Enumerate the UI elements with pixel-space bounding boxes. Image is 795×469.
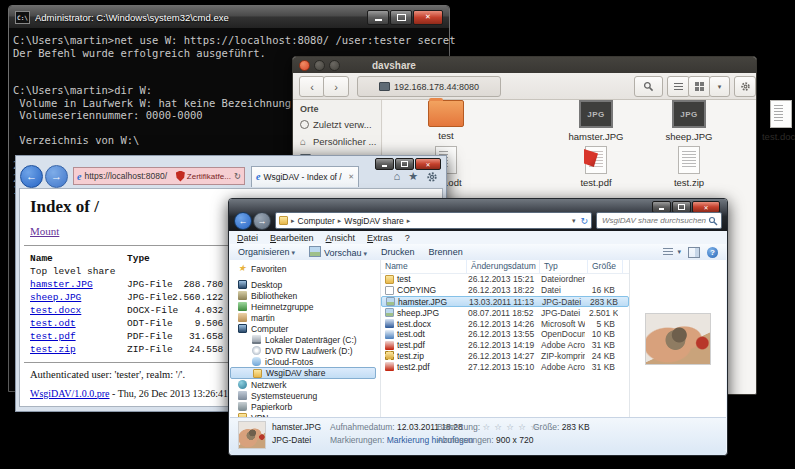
sidebar-item-pers-nlicher[interactable]: ⌂Persönlicher ...	[300, 136, 381, 147]
file-sheep-jpg[interactable]: JPGsheep.JPG	[647, 100, 731, 142]
back-button[interactable]: ←	[20, 165, 43, 188]
sidebar-item-systemsteuerung[interactable]: Systemsteuerung	[230, 390, 380, 401]
preview-button[interactable]: Vorschau▾	[309, 246, 367, 258]
back-button[interactable]: ‹	[299, 76, 325, 97]
grid-view-button[interactable]	[688, 76, 711, 97]
file-test[interactable]: test	[404, 100, 488, 141]
favorites-button[interactable]: ★	[408, 170, 418, 183]
details-rating[interactable]: Bewertung: ☆ ☆ ☆ ☆ ☆	[437, 422, 539, 432]
cmd-icon: C:\	[15, 11, 30, 24]
list-view-button[interactable]	[667, 76, 690, 97]
back-button[interactable]: ←	[234, 212, 252, 230]
file-link-test-docx[interactable]: test.docx	[30, 304, 81, 317]
file-link-test-zip[interactable]: test.zip	[30, 343, 76, 356]
table-row-copying[interactable]: COPYING26.12.2013 18:22Datei16 KB	[381, 285, 629, 296]
cloud-icon	[252, 357, 261, 366]
table-row-test2-pdf[interactable]: test2.pdf27.12.2013 15:10Adobe Acrobat D…	[381, 361, 629, 372]
menu-item-ansicht[interactable]: Ansicht	[326, 233, 356, 243]
breadcrumb-computer[interactable]: Computer	[298, 216, 335, 226]
mount-link[interactable]: Mount	[30, 225, 59, 237]
file-test-pdf[interactable]: test.pdf	[554, 146, 638, 188]
address-bar[interactable]: e https://localhost:8080/ Zertifikatfe..…	[73, 167, 245, 185]
close-button[interactable]: ✕	[413, 10, 443, 25]
forward-button[interactable]: →	[45, 165, 68, 188]
sidebar-item-computer[interactable]: Computer	[230, 323, 380, 334]
file-link-test-pdf[interactable]: test.pdf	[30, 330, 76, 343]
minimize-button[interactable]	[367, 10, 389, 25]
refresh-button[interactable]: ↻	[234, 171, 241, 181]
sidebar-item-dvd-rw-laufwerk-d[interactable]: DVD RW Laufwerk (D:)	[230, 345, 380, 356]
menu-item-extras[interactable]: Extras	[367, 233, 393, 243]
gear-menu-button[interactable]	[734, 76, 756, 97]
file-test-zip[interactable]: test.zip	[647, 146, 731, 188]
file-link-sheep-jpg[interactable]: sheep.JPG	[30, 291, 81, 304]
search-input[interactable]	[600, 215, 708, 226]
table-row-test-pdf[interactable]: test.pdf26.12.2013 14:19Adobe Acrobat D.…	[381, 340, 629, 351]
ie-tab-icon: e	[256, 171, 260, 182]
file-type: DOCX-File	[127, 304, 178, 317]
forward-button[interactable]: ›	[323, 76, 349, 97]
print-button[interactable]: Drucken	[381, 247, 415, 257]
tab-close-icon[interactable]: ✕	[348, 173, 354, 181]
certificate-error-button[interactable]: Zertifikatfe...	[176, 171, 231, 182]
address-dropdown-caret[interactable]: ▾	[572, 217, 576, 225]
menu-item-bearbeiten[interactable]: Bearbeiten	[270, 233, 314, 243]
minimize-button[interactable]	[314, 60, 325, 71]
location-button[interactable]: 192.168.178.44:8080	[357, 76, 501, 97]
browser-tab[interactable]: e WsgiDAV - Index of / ✕	[251, 166, 359, 187]
organize-button[interactable]: Organisieren▾	[238, 247, 295, 257]
sidebar-item-martin[interactable]: martin	[230, 312, 380, 323]
search-box[interactable]	[596, 212, 722, 229]
column-header-gr-e[interactable]: Größe	[588, 260, 623, 273]
search-button[interactable]	[634, 76, 663, 97]
file-test-docx[interactable]: test.docx	[739, 100, 795, 142]
sidebar-item-papierkorb[interactable]: Papierkorb	[230, 401, 380, 412]
sidebar-item-favoriten[interactable]: ★Favoriten	[230, 263, 380, 274]
pdf-icon	[385, 341, 394, 350]
table-row-hamster-jpg[interactable]: hamster.JPG13.03.2011 11:13JPG-Datei283 …	[381, 296, 629, 308]
sidebar-item-wsgidav-share[interactable]: WsgiDAV share	[230, 367, 376, 379]
burn-button[interactable]: Brennen	[429, 247, 463, 257]
sidebar-item-netzwerk[interactable]: Netzwerk	[230, 379, 380, 390]
close-button[interactable]	[299, 60, 310, 71]
zoom-menu-button[interactable]: ▾	[709, 76, 730, 97]
cmd-titlebar[interactable]: C:\ Administrator: C:\Windows\system32\c…	[9, 6, 449, 28]
details-dimensions: Abmessungen: 900 x 720	[437, 435, 533, 445]
table-row-test[interactable]: test26.12.2013 15:21Dateiordner	[381, 274, 629, 285]
column-header-nderungsdatum[interactable]: Änderungsdatum	[467, 260, 540, 273]
menu-item-[interactable]: ?	[405, 233, 410, 243]
table-row-test-docx[interactable]: test.docx26.12.2013 14:26Microsoft Word …	[381, 318, 629, 329]
forward-button[interactable]: →	[253, 212, 271, 230]
column-header-name[interactable]: Name	[381, 260, 467, 273]
file-hamster-jpg[interactable]: JPGhamster.JPG	[554, 100, 638, 142]
nautilus-titlebar[interactable]: davshare	[293, 57, 756, 73]
change-view-button[interactable]: ▾	[663, 248, 681, 257]
wsgidav-version-link[interactable]: WsgiDAV/1.0.0.pre	[30, 388, 110, 399]
file-list: NameÄnderungsdatumTypGröße test26.12.201…	[381, 260, 629, 417]
maximize-button[interactable]	[390, 10, 412, 25]
file-link-test-odt[interactable]: test.odt	[30, 317, 76, 330]
sidebar-item-bibliotheken[interactable]: Bibliotheken	[230, 290, 380, 301]
column-header-typ[interactable]: Typ	[540, 260, 588, 273]
table-row-test-zip[interactable]: test.zip26.12.2013 14:27ZIP-komprimierte…	[381, 351, 629, 362]
home-button[interactable]: ⌂	[393, 170, 400, 183]
pdf-file-icon	[585, 146, 607, 174]
breadcrumb[interactable]: ▸ Computer ▸ WsgiDAV share ▸ ▾ ↻	[275, 212, 592, 229]
table-row-test-odt[interactable]: test.odt26.12.2013 13:55OpenDocument T..…	[381, 329, 629, 340]
help-button[interactable]: ?	[707, 247, 718, 258]
preview-pane-toggle[interactable]	[688, 247, 700, 258]
docx-file-icon	[770, 100, 792, 128]
file-link-hamster-jpg[interactable]: hamster.JPG	[30, 278, 93, 291]
maximize-button[interactable]	[329, 60, 340, 71]
sidebar-item-lokaler-datentr-ger-c[interactable]: Lokaler Datenträger (C:)	[230, 334, 380, 345]
settings-gear-icon[interactable]	[426, 171, 438, 183]
refresh-button[interactable]: ↻	[580, 216, 588, 226]
menu-item-datei[interactable]: Datei	[237, 233, 258, 243]
sidebar-item-heimnetzgruppe[interactable]: Heimnetzgruppe	[230, 301, 380, 312]
file-name: sheep.JPG	[647, 131, 731, 142]
breadcrumb-share[interactable]: WsgiDAV share	[344, 216, 403, 226]
table-row-sheep-jpg[interactable]: sheep.JPG08.07.2011 18:52JPG-Datei2.501 …	[381, 307, 629, 318]
sidebar-item-desktop[interactable]: Desktop	[230, 279, 380, 290]
sidebar-item-zuletzt-verw[interactable]: Zuletzt verw...	[300, 119, 381, 130]
sidebar-item-icloud-fotos[interactable]: iCloud-Fotos	[230, 356, 380, 367]
